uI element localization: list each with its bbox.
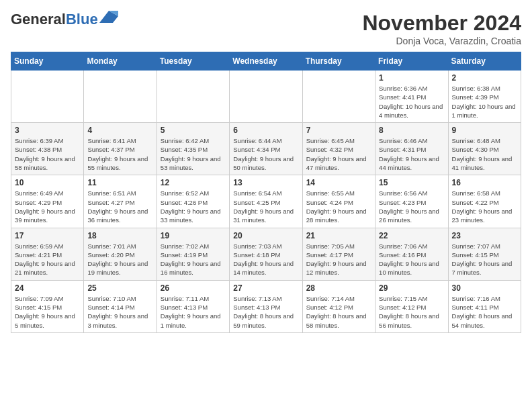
logo-text: GeneralBlue xyxy=(11,11,98,28)
day-number: 5 xyxy=(161,126,226,135)
day-number: 1 xyxy=(379,73,444,83)
day-number: 4 xyxy=(87,126,152,135)
calendar-table: Sunday Monday Tuesday Wednesday Thursday… xyxy=(11,52,521,333)
calendar-cell: 21Sunrise: 7:05 AM Sunset: 4:17 PM Dayli… xyxy=(302,228,375,280)
day-number: 10 xyxy=(15,178,80,187)
calendar-cell: 2Sunrise: 6:38 AM Sunset: 4:39 PM Daylig… xyxy=(448,71,521,123)
day-info: Sunrise: 6:56 AM Sunset: 4:23 PM Dayligh… xyxy=(379,189,444,224)
day-number: 25 xyxy=(87,283,152,293)
day-number: 16 xyxy=(452,178,517,187)
calendar-cell: 20Sunrise: 7:03 AM Sunset: 4:18 PM Dayli… xyxy=(230,228,302,280)
calendar-cell: 17Sunrise: 6:59 AM Sunset: 4:21 PM Dayli… xyxy=(11,228,84,280)
day-number: 24 xyxy=(15,283,80,293)
calendar-cell: 15Sunrise: 6:56 AM Sunset: 4:23 PM Dayli… xyxy=(375,175,448,228)
day-info: Sunrise: 7:16 AM Sunset: 4:11 PM Dayligh… xyxy=(452,294,517,330)
calendar-cell: 14Sunrise: 6:55 AM Sunset: 4:24 PM Dayli… xyxy=(302,175,375,228)
day-number: 21 xyxy=(306,231,371,240)
day-info: Sunrise: 6:51 AM Sunset: 4:27 PM Dayligh… xyxy=(87,189,152,224)
day-number: 14 xyxy=(306,178,371,187)
day-number: 27 xyxy=(233,283,298,293)
calendar-cell: 7Sunrise: 6:45 AM Sunset: 4:32 PM Daylig… xyxy=(302,123,375,175)
day-number: 15 xyxy=(379,178,444,187)
calendar-cell xyxy=(11,71,84,123)
day-number: 7 xyxy=(306,126,371,135)
calendar-cell: 9Sunrise: 6:48 AM Sunset: 4:30 PM Daylig… xyxy=(448,123,521,175)
calendar-cell: 28Sunrise: 7:14 AM Sunset: 4:12 PM Dayli… xyxy=(302,280,375,332)
day-info: Sunrise: 6:55 AM Sunset: 4:24 PM Dayligh… xyxy=(306,189,371,224)
day-number: 8 xyxy=(379,126,444,135)
day-info: Sunrise: 7:03 AM Sunset: 4:18 PM Dayligh… xyxy=(233,242,298,277)
day-info: Sunrise: 7:13 AM Sunset: 4:13 PM Dayligh… xyxy=(233,294,298,330)
day-info: Sunrise: 7:10 AM Sunset: 4:14 PM Dayligh… xyxy=(87,294,152,330)
calendar-cell: 1Sunrise: 6:36 AM Sunset: 4:41 PM Daylig… xyxy=(375,71,448,123)
day-number: 28 xyxy=(306,283,371,293)
calendar-cell: 5Sunrise: 6:42 AM Sunset: 4:35 PM Daylig… xyxy=(157,123,229,175)
logo: GeneralBlue xyxy=(11,11,118,28)
day-number: 2 xyxy=(452,73,517,83)
day-info: Sunrise: 7:09 AM Sunset: 4:15 PM Dayligh… xyxy=(15,294,80,330)
calendar-cell: 23Sunrise: 7:07 AM Sunset: 4:15 PM Dayli… xyxy=(448,228,521,280)
day-info: Sunrise: 7:15 AM Sunset: 4:12 PM Dayligh… xyxy=(379,294,444,330)
day-info: Sunrise: 7:05 AM Sunset: 4:17 PM Dayligh… xyxy=(306,242,371,277)
day-number: 26 xyxy=(161,283,226,293)
header-monday: Monday xyxy=(84,52,157,71)
day-info: Sunrise: 6:36 AM Sunset: 4:41 PM Dayligh… xyxy=(379,84,444,120)
calendar-cell: 26Sunrise: 7:11 AM Sunset: 4:13 PM Dayli… xyxy=(157,280,229,332)
calendar-cell: 19Sunrise: 7:02 AM Sunset: 4:19 PM Dayli… xyxy=(157,228,229,280)
day-info: Sunrise: 6:39 AM Sunset: 4:38 PM Dayligh… xyxy=(15,136,80,172)
calendar-row-1: 3Sunrise: 6:39 AM Sunset: 4:38 PM Daylig… xyxy=(11,123,521,175)
calendar-cell: 11Sunrise: 6:51 AM Sunset: 4:27 PM Dayli… xyxy=(84,175,157,228)
day-info: Sunrise: 6:45 AM Sunset: 4:32 PM Dayligh… xyxy=(306,136,371,172)
calendar-cell xyxy=(84,71,157,123)
calendar-cell: 24Sunrise: 7:09 AM Sunset: 4:15 PM Dayli… xyxy=(11,280,84,332)
page-header: GeneralBlue November 2024 Donja Voca, Va… xyxy=(11,11,521,46)
day-info: Sunrise: 7:02 AM Sunset: 4:19 PM Dayligh… xyxy=(161,242,226,277)
day-info: Sunrise: 7:11 AM Sunset: 4:13 PM Dayligh… xyxy=(161,294,226,330)
calendar-cell xyxy=(157,71,229,123)
day-info: Sunrise: 6:49 AM Sunset: 4:29 PM Dayligh… xyxy=(15,189,80,224)
calendar-cell: 10Sunrise: 6:49 AM Sunset: 4:29 PM Dayli… xyxy=(11,175,84,228)
day-number: 17 xyxy=(15,231,80,240)
day-number: 3 xyxy=(15,126,80,135)
header-saturday: Saturday xyxy=(448,52,521,71)
calendar-cell: 13Sunrise: 6:54 AM Sunset: 4:25 PM Dayli… xyxy=(230,175,302,228)
day-info: Sunrise: 6:41 AM Sunset: 4:37 PM Dayligh… xyxy=(87,136,152,172)
day-info: Sunrise: 6:58 AM Sunset: 4:22 PM Dayligh… xyxy=(452,189,517,224)
calendar-cell: 8Sunrise: 6:46 AM Sunset: 4:31 PM Daylig… xyxy=(375,123,448,175)
day-info: Sunrise: 6:52 AM Sunset: 4:26 PM Dayligh… xyxy=(161,189,226,224)
day-number: 11 xyxy=(87,178,152,187)
month-title: November 2024 xyxy=(362,11,521,36)
calendar-cell: 4Sunrise: 6:41 AM Sunset: 4:37 PM Daylig… xyxy=(84,123,157,175)
day-info: Sunrise: 6:44 AM Sunset: 4:34 PM Dayligh… xyxy=(233,136,298,172)
header-thursday: Thursday xyxy=(302,52,375,71)
header-friday: Friday xyxy=(375,52,448,71)
day-number: 12 xyxy=(161,178,226,187)
day-number: 30 xyxy=(452,283,517,293)
logo-icon xyxy=(99,11,118,23)
day-number: 23 xyxy=(452,231,517,240)
header-sunday: Sunday xyxy=(11,52,84,71)
calendar-row-0: 1Sunrise: 6:36 AM Sunset: 4:41 PM Daylig… xyxy=(11,71,521,123)
day-info: Sunrise: 6:48 AM Sunset: 4:30 PM Dayligh… xyxy=(452,136,517,172)
calendar-cell xyxy=(230,71,302,123)
day-info: Sunrise: 6:46 AM Sunset: 4:31 PM Dayligh… xyxy=(379,136,444,172)
calendar-cell: 29Sunrise: 7:15 AM Sunset: 4:12 PM Dayli… xyxy=(375,280,448,332)
location-title: Donja Voca, Varazdin, Croatia xyxy=(362,36,521,46)
calendar-cell: 12Sunrise: 6:52 AM Sunset: 4:26 PM Dayli… xyxy=(157,175,229,228)
day-number: 6 xyxy=(233,126,298,135)
calendar-cell: 30Sunrise: 7:16 AM Sunset: 4:11 PM Dayli… xyxy=(448,280,521,332)
calendar-cell: 25Sunrise: 7:10 AM Sunset: 4:14 PM Dayli… xyxy=(84,280,157,332)
calendar-row-4: 24Sunrise: 7:09 AM Sunset: 4:15 PM Dayli… xyxy=(11,280,521,332)
calendar-cell: 27Sunrise: 7:13 AM Sunset: 4:13 PM Dayli… xyxy=(230,280,302,332)
day-info: Sunrise: 6:38 AM Sunset: 4:39 PM Dayligh… xyxy=(452,84,517,120)
calendar-row-3: 17Sunrise: 6:59 AM Sunset: 4:21 PM Dayli… xyxy=(11,228,521,280)
calendar-header-row: Sunday Monday Tuesday Wednesday Thursday… xyxy=(11,52,521,71)
header-tuesday: Tuesday xyxy=(157,52,229,71)
header-wednesday: Wednesday xyxy=(230,52,302,71)
calendar-row-2: 10Sunrise: 6:49 AM Sunset: 4:29 PM Dayli… xyxy=(11,175,521,228)
day-info: Sunrise: 6:54 AM Sunset: 4:25 PM Dayligh… xyxy=(233,189,298,224)
day-number: 19 xyxy=(161,231,226,240)
day-info: Sunrise: 7:06 AM Sunset: 4:16 PM Dayligh… xyxy=(379,242,444,277)
calendar-cell: 3Sunrise: 6:39 AM Sunset: 4:38 PM Daylig… xyxy=(11,123,84,175)
calendar-cell: 22Sunrise: 7:06 AM Sunset: 4:16 PM Dayli… xyxy=(375,228,448,280)
